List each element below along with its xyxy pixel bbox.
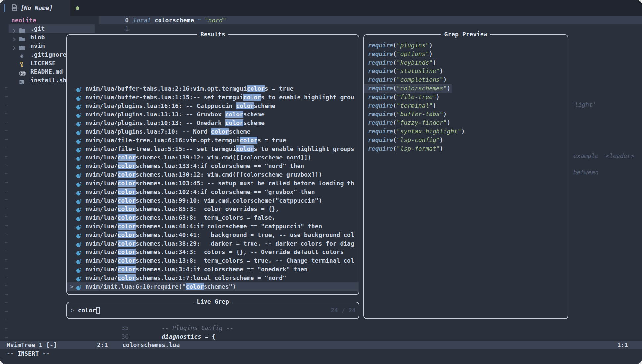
lua-icon <box>76 275 81 282</box>
result-row[interactable]: nvim/lua/colorschemes.lua:48:4:if colors… <box>67 222 359 231</box>
result-row[interactable]: nvim/lua/plugins.lua:16:16: -- Catppucci… <box>67 102 359 110</box>
module-string: "options" <box>397 50 429 57</box>
result-row[interactable]: nvim/lua/colorschemes.lua:133:4:if color… <box>67 162 359 170</box>
require-keyword: require <box>368 59 393 66</box>
result-row[interactable]: nvim/lua/colorschemes.lua:38:29: darker … <box>67 239 359 248</box>
result-row[interactable]: nvim/lua/file-tree.lua:6:16:vim.opt.term… <box>67 136 359 145</box>
result-row[interactable]: nvim/lua/colorschemes.lua:13:8: term_col… <box>67 256 359 265</box>
empty-line-tilde: ~ <box>5 333 11 341</box>
empty-line-tilde: ~ <box>5 290 11 298</box>
preview-line[interactable]: require("options") <box>364 50 433 58</box>
match-highlight: color <box>118 154 136 161</box>
result-row[interactable]: nvim/lua/colorschemes.lua:102:4:if color… <box>67 188 359 196</box>
empty-line-tilde: ~ <box>5 273 11 281</box>
result-text: nvim/lua/colorschemes.lua:38:29: darker … <box>85 239 354 248</box>
match-highlight: color <box>118 162 136 169</box>
string-token: "nord" <box>205 17 226 23</box>
match-highlight: color <box>211 128 229 135</box>
empty-line-tilde: ~ <box>5 83 11 92</box>
empty-line-tilde: ~ <box>5 195 11 204</box>
empty-line-tilde: ~ <box>5 92 11 101</box>
preview-line[interactable]: require("terminal") <box>364 101 436 110</box>
preview-list: require("plugins")require("options")requ… <box>364 41 568 153</box>
editor-line-0[interactable]: local colorscheme = "nord" <box>133 16 226 24</box>
match-highlight: color <box>118 171 136 178</box>
result-row[interactable]: nvim/lua/colorschemes.lua:130:12: vim.cm… <box>67 170 359 179</box>
lua-icon <box>76 206 81 213</box>
result-row[interactable]: nvim/lua/colorschemes.lua:3:4:if colorsc… <box>67 265 359 274</box>
result-row[interactable]: nvim/lua/buffer-tabs.lua:1:15:-- set ter… <box>67 93 359 102</box>
preview-line[interactable]: require("buffer-tabs") <box>364 110 447 118</box>
match-highlight: color <box>236 102 254 109</box>
require-keyword: require <box>368 102 393 109</box>
match-highlight: color <box>247 85 265 92</box>
empty-line-tilde: ~ <box>5 247 11 255</box>
preview-line[interactable]: require("statusline") <box>364 67 443 75</box>
lua-icon <box>76 189 81 196</box>
result-row[interactable]: nvim/lua/colorschemes.lua:85:3: color_ov… <box>67 205 359 213</box>
result-row[interactable]: nvim/lua/colorschemes.lua:34:3: colors =… <box>67 248 359 256</box>
preview-line[interactable]: require("lsp-format") <box>364 144 443 153</box>
tree-item--git[interactable]: .git <box>0 24 99 33</box>
rest-token: = { <box>201 333 215 340</box>
lua-icon <box>76 258 81 265</box>
match-highlight: color <box>118 188 136 195</box>
empty-line-tilde: ~ <box>5 178 11 187</box>
preview-line[interactable]: require("completions") <box>364 75 447 84</box>
require-keyword: require <box>368 119 393 126</box>
lua-icon <box>76 163 81 170</box>
match-highlight: color <box>118 180 136 187</box>
editor-line-35[interactable]: -- Plugins Config -- <box>133 324 233 332</box>
preview-line[interactable]: require("lsp-config") <box>364 136 443 144</box>
result-row[interactable]: nvim/lua/plugins.lua:13:13: -- Gruvbox c… <box>67 110 359 119</box>
match-highlight: color <box>118 274 136 281</box>
tree-item-label: .gitignore <box>30 50 66 59</box>
require-keyword: require <box>368 85 393 92</box>
result-text: nvim/lua/colorschemes.lua:130:12: vim.cm… <box>85 170 322 179</box>
search-input[interactable]: > color <box>71 306 100 315</box>
identifier-token: colorscheme <box>151 17 194 23</box>
line-number-1: 1 <box>99 24 129 33</box>
lua-icon <box>76 241 81 248</box>
preview-line[interactable]: require("file-tree") <box>364 93 440 101</box>
result-row[interactable]: nvim/lua/colorschemes.lua:103:45: -- set… <box>67 179 359 188</box>
match-highlight: color <box>118 205 136 212</box>
lua-icon <box>76 215 81 222</box>
preview-line[interactable]: require("plugins") <box>364 41 433 50</box>
match-highlight: color <box>118 223 136 230</box>
result-text: nvim/lua/colorschemes.lua:34:3: colors =… <box>85 248 344 256</box>
result-text: nvim/lua/buffer-tabs.lua:1:15:-- set ter… <box>85 93 354 102</box>
editor-line-36[interactable]: diagnostics = { <box>133 332 215 341</box>
modified-dot-icon <box>76 6 79 10</box>
results-list: nvim/lua/buffer-tabs.lua:2:16:vim.opt.te… <box>67 84 359 291</box>
preview-line[interactable]: require("keybinds") <box>364 58 436 67</box>
preview-line[interactable]: require("syntax-highlight") <box>364 127 465 136</box>
match-highlight: color <box>118 231 136 238</box>
result-row[interactable]: nvim/lua/colorschemes.lua:1:7:local colo… <box>67 274 359 282</box>
match-highlight: color <box>236 145 254 152</box>
result-row[interactable]: nvim/lua/buffer-tabs.lua:2:16:vim.opt.te… <box>67 84 359 93</box>
module-string: "completions" <box>397 76 443 83</box>
result-text: nvim/lua/plugins.lua:13:13: -- Gruvbox c… <box>85 110 265 119</box>
result-row[interactable]: nvim/lua/colorschemes.lua:99:10: vim.cmd… <box>67 196 359 205</box>
lua-icon <box>76 95 81 102</box>
result-text: nvim/lua/colorschemes.lua:133:4:if color… <box>85 162 304 170</box>
result-row[interactable]: nvim/lua/colorschemes.lua:40:41: backgro… <box>67 231 359 239</box>
result-row[interactable]: nvim/lua/colorschemes.lua:63:8: term_col… <box>67 213 359 222</box>
preview-line[interactable]: require("fuzzy-finder") <box>364 118 450 127</box>
preview-line[interactable]: require("colorschemes") <box>364 84 452 93</box>
result-row[interactable]: >nvim/init.lua:6:10:require("colorscheme… <box>67 282 359 291</box>
require-keyword: require <box>368 50 393 57</box>
tab-noname[interactable]: [No Name] <box>21 4 53 12</box>
background-fragment: example '<leader> <box>573 152 634 160</box>
result-row[interactable]: nvim/lua/plugins.lua:7:10: -- Nord color… <box>67 127 359 136</box>
result-row[interactable]: nvim/lua/plugins.lua:10:13: -- Onedark c… <box>67 119 359 127</box>
tilde-column: ~~~~~~~~~~~~~~~~~~~~~~~~~~~~~~ <box>5 83 11 341</box>
empty-line-tilde: ~ <box>5 298 11 307</box>
match-highlight: color <box>118 214 136 221</box>
result-row[interactable]: nvim/lua/file-tree.lua:5:15:-- set termg… <box>67 145 359 153</box>
lua-icon <box>76 129 81 136</box>
result-row[interactable]: nvim/lua/colorschemes.lua:139:12: vim.cm… <box>67 153 359 162</box>
module-string: "lsp-config" <box>397 136 440 143</box>
result-text: nvim/lua/file-tree.lua:6:16:vim.opt.term… <box>85 136 286 145</box>
